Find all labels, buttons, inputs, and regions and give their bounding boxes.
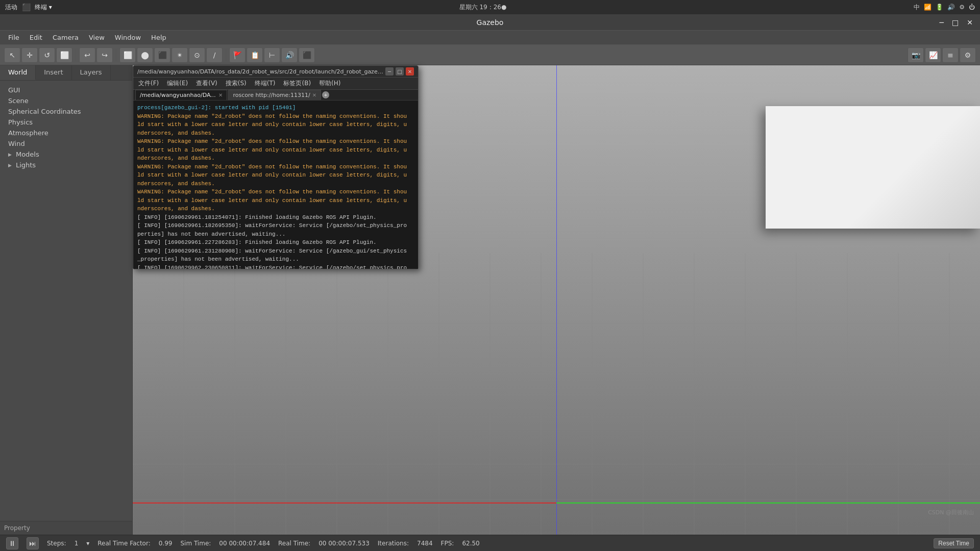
terminal-tab-close-roscore[interactable]: ✕ <box>312 92 316 98</box>
terminal-line: [ INFO] [1690629961.227286283]: Finished… <box>137 238 414 247</box>
tree-item-physics[interactable]: Physics <box>0 117 132 128</box>
steps-arrow[interactable]: ▾ <box>86 540 89 547</box>
terminal-menu-help[interactable]: 帮助(H) <box>317 79 342 88</box>
align-button[interactable]: ⊢ <box>264 47 280 63</box>
menu-window[interactable]: Window <box>111 33 145 42</box>
sphere-shape-button[interactable]: ⬤ <box>137 47 153 63</box>
select-tool-button[interactable]: ↖ <box>4 47 20 63</box>
app-label[interactable]: 终端 ▾ <box>35 3 52 12</box>
input-method-indicator[interactable]: 中 <box>914 3 920 12</box>
fps-label: FPS: <box>441 540 454 547</box>
terminal-maximize-button[interactable]: □ <box>396 67 404 76</box>
tree-item-spherical-coordinates[interactable]: Spherical Coordinates <box>0 106 132 117</box>
app-title: Gazebo <box>477 18 504 27</box>
terminal-menu-tabs[interactable]: 标签页(B) <box>281 79 313 88</box>
terminal-tab-roscore[interactable]: roscore http://home:11311/ ✕ <box>228 90 321 100</box>
terminal-line: [ INFO] [1690629962.230650811]: waitForS… <box>137 264 414 269</box>
terminal-line: WARNING: Package name "2d_robot" does no… <box>137 163 414 171</box>
terminal-content[interactable]: process[gazebo_gui-2]: started with pid … <box>133 101 418 269</box>
menu-file[interactable]: File <box>4 33 23 42</box>
tab-world[interactable]: World <box>0 65 36 80</box>
datetime-label: 星期六 19：26● <box>459 3 507 12</box>
terminal-controls: ─ □ ✕ <box>385 67 414 76</box>
terminal-line: ld start with a lower case letter and on… <box>137 120 414 129</box>
toolbar-sep-3 <box>226 49 226 61</box>
terminal-line: nderscores, and dashes. <box>137 129 414 138</box>
tree-item-gui[interactable]: GUI <box>0 85 132 95</box>
activity-label[interactable]: 活动 <box>5 3 17 12</box>
menu-edit[interactable]: Edit <box>26 33 46 42</box>
terminal-line: ld start with a lower case letter and on… <box>137 196 414 205</box>
system-bar-left: 活动 ⬛ 终端 ▾ <box>5 3 52 12</box>
tab-insert[interactable]: Insert <box>36 65 71 80</box>
terminal-line: WARNING: Package name "2d_robot" does no… <box>137 137 414 146</box>
terminal-tab-main[interactable]: /media/wangyuanhao/DATA/ros_data/2d... ✕ <box>135 90 227 100</box>
system-bar-center: 星期六 19：26● <box>459 3 507 12</box>
box-shape-button[interactable]: ⬜ <box>119 47 136 63</box>
power-icon[interactable]: ⏻ <box>969 4 975 11</box>
menu-view[interactable]: View <box>85 33 109 42</box>
tree-item-lights[interactable]: Lights <box>0 160 132 170</box>
dir-light-button[interactable]: / <box>206 47 223 63</box>
paste-button[interactable]: 📋 <box>247 47 263 63</box>
terminal-taskbar-icon[interactable]: ⬛ <box>21 3 31 12</box>
minimize-button[interactable]: ─ <box>937 17 947 28</box>
menu-camera[interactable]: Camera <box>48 33 83 42</box>
terminal-new-tab-button[interactable]: + <box>322 91 329 98</box>
tree-item-atmosphere[interactable]: Atmosphere <box>0 128 132 138</box>
main-layout: World Insert Layers GUI Scene Spherical … <box>0 65 980 535</box>
settings-icon[interactable]: ⚙ <box>959 4 965 11</box>
close-button[interactable]: ✕ <box>964 17 976 28</box>
volume-icon: 🔊 <box>947 4 955 11</box>
redo-button[interactable]: ↪ <box>96 47 113 63</box>
real-time-value: 00 00:00:07.533 <box>318 540 370 547</box>
spot-light-button[interactable]: ⊙ <box>189 47 205 63</box>
terminal-line: nderscores, and dashes. <box>137 180 414 188</box>
undo-button[interactable]: ↩ <box>79 47 95 63</box>
tree-item-scene[interactable]: Scene <box>0 95 132 106</box>
snap-button[interactable]: 🔊 <box>281 47 298 63</box>
layers-button[interactable]: ≡ <box>942 47 959 63</box>
terminal-menu-search[interactable]: 搜索(S) <box>224 79 249 88</box>
toolbar: ↖ ✛ ↺ ⬜ ↩ ↪ ⬜ ⬤ ⬛ ✴ ⊙ / 🚩 📋 ⊢ 🔊 ⬛ 📷 📈 ≡ … <box>0 45 980 65</box>
tab-layers[interactable]: Layers <box>72 65 111 80</box>
terminal-minimize-button[interactable]: ─ <box>385 67 394 76</box>
menu-bar: File Edit Camera View Window Help <box>0 31 980 45</box>
rtf-value: 0.99 <box>159 540 173 547</box>
screenshot-button[interactable]: 📷 <box>908 47 924 63</box>
terminal-line: WARNING: Package name "2d_robot" does no… <box>137 112 414 121</box>
tab-bar: World Insert Layers <box>0 65 132 81</box>
terminal-line: [ INFO] [1690629961.182695350]: waitForS… <box>137 221 414 230</box>
cylinder-shape-button[interactable]: ⬛ <box>154 47 170 63</box>
menu-help[interactable]: Help <box>147 33 170 42</box>
tree-item-models[interactable]: Models <box>0 149 132 160</box>
point-light-button[interactable]: ✴ <box>172 47 188 63</box>
terminal-menu-view[interactable]: 查看(V) <box>194 79 219 88</box>
settings-toolbar-button[interactable]: ⚙ <box>960 47 976 63</box>
system-bar: 活动 ⬛ 终端 ▾ 星期六 19：26● 中 📶 🔋 🔊 ⚙ ⏻ <box>0 0 980 14</box>
terminal-tab-close-main[interactable]: ✕ <box>218 92 223 98</box>
reset-time-button[interactable]: Reset Time <box>934 538 974 548</box>
grid-button[interactable]: ⬛ <box>299 47 315 63</box>
plot-button[interactable]: 📈 <box>925 47 941 63</box>
scale-tool-button[interactable]: ⬜ <box>56 47 72 63</box>
toolbar-sep-1 <box>76 49 76 61</box>
content-area: /media/wangyuanhao/DATA/ros_data/2d_robo… <box>133 65 980 535</box>
system-bar-right: 中 📶 🔋 🔊 ⚙ ⏻ <box>914 3 975 12</box>
copy-button[interactable]: 🚩 <box>229 47 246 63</box>
rotate-tool-button[interactable]: ↺ <box>39 47 55 63</box>
terminal-menu-edit[interactable]: 编辑(E) <box>165 79 190 88</box>
step-button[interactable]: ⏭ <box>27 537 39 549</box>
tree-item-wind[interactable]: Wind <box>0 138 132 149</box>
sim-time-label: Sim Time: <box>180 540 211 547</box>
pause-button[interactable]: ⏸ <box>6 537 18 549</box>
terminal-menu-file[interactable]: 文件(F) <box>136 79 161 88</box>
translate-tool-button[interactable]: ✛ <box>21 47 38 63</box>
terminal-window[interactable]: /media/wangyuanhao/DATA/ros_data/2d_robo… <box>133 65 419 269</box>
terminal-close-button[interactable]: ✕ <box>406 67 414 76</box>
terminal-menu-terminal[interactable]: 终端(T) <box>253 79 278 88</box>
terminal-line: nderscores, and dashes. <box>137 205 414 213</box>
steps-value: 1 <box>75 540 79 547</box>
maximize-button[interactable]: □ <box>949 17 962 28</box>
status-bar: ⏸ ⏭ Steps: 1 ▾ Real Time Factor: 0.99 Si… <box>0 535 980 551</box>
